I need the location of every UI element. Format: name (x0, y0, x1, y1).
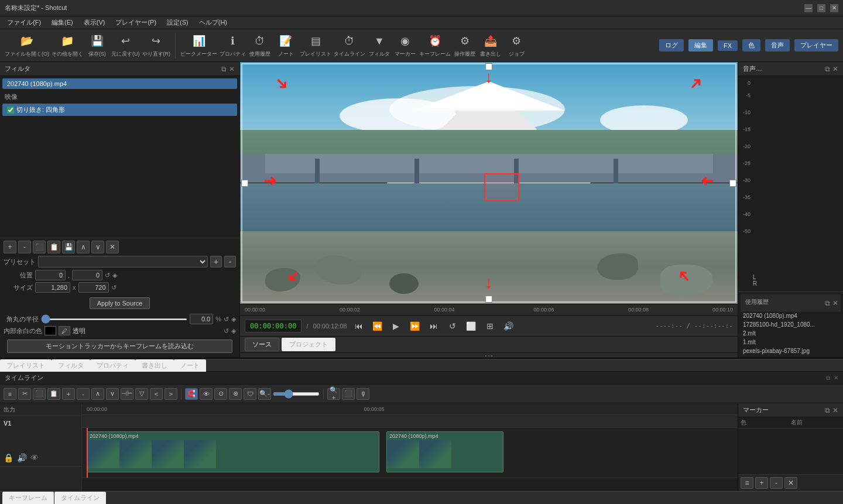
skip-to-start-btn[interactable]: ⏮ (352, 319, 366, 333)
tl-split-btn[interactable]: ⊣⊢ (121, 388, 133, 400)
crop-handle-left[interactable] (241, 180, 248, 187)
v1-eye-icon[interactable]: 👁 (30, 453, 39, 462)
toolbar-op-history[interactable]: ⚙ 操作履歴 (453, 33, 477, 58)
tl-prev-marker-btn[interactable]: < (150, 388, 163, 400)
notes-icon[interactable]: 📝 (276, 33, 295, 49)
grid-btn[interactable]: ⊞ (483, 319, 497, 333)
tab-color[interactable]: 色 (742, 39, 760, 52)
v1-audio-icon[interactable]: 🔊 (17, 453, 27, 462)
tab-notes[interactable]: ノート (174, 359, 206, 372)
toolbar-playlist[interactable]: ▤ プレイリスト (300, 33, 331, 58)
crop-handle-bottom[interactable] (485, 296, 492, 303)
tab-log[interactable]: ログ (659, 39, 684, 52)
skip-to-end-btn[interactable]: ⏭ (427, 319, 441, 333)
fill-color-keyframe-icon[interactable]: ◈ (231, 327, 236, 335)
tab-audio[interactable]: 音声 (765, 39, 790, 52)
project-tab[interactable]: プロジェクト (282, 338, 335, 351)
close-button[interactable]: ✕ (830, 4, 838, 12)
toolbar-notes[interactable]: 📝 ノート (274, 33, 297, 58)
menu-player[interactable]: プレイヤー(P) (111, 17, 161, 28)
filter-up-btn[interactable]: ∧ (77, 241, 90, 253)
maximize-button[interactable]: □ (817, 4, 825, 12)
tl-magnetic-btn[interactable]: 🧲 (185, 388, 198, 400)
crop-handle-right[interactable] (729, 180, 736, 187)
minimize-button[interactable]: — (804, 4, 813, 12)
tab-export[interactable]: 書き出し (135, 359, 174, 372)
fill-color-swatch[interactable] (44, 326, 56, 335)
marker-clear-btn[interactable]: ✕ (784, 477, 797, 489)
tl-add-btn[interactable]: + (62, 388, 75, 400)
tl-marker-btn[interactable]: ▽ (135, 388, 148, 400)
toolbar-save[interactable]: 💾 保存(S) (85, 33, 109, 58)
menu-settings[interactable]: 設定(S) (162, 17, 193, 28)
properties-icon[interactable]: ℹ (224, 33, 242, 49)
tl-cut-btn[interactable]: ✂ (18, 388, 31, 400)
menu-file[interactable]: ファイル(F) (2, 17, 46, 28)
toolbar-peak-meter[interactable]: 📊 ピークメーター (180, 33, 217, 58)
toolbar-keyframe[interactable]: ⏰ キーフレーム (419, 33, 451, 58)
save-icon[interactable]: 💾 (88, 33, 107, 49)
usage-dock-icon[interactable]: ⧉ (825, 299, 830, 307)
preset-select[interactable] (38, 256, 208, 268)
filter-paste-btn[interactable]: 📋 (47, 241, 60, 253)
toolbar-export[interactable]: 📤 書き出し (479, 33, 502, 58)
tl-lock-btn[interactable]: 🛡 (244, 388, 256, 400)
audio-close-icon[interactable]: ✕ (832, 65, 838, 73)
marker-add-btn[interactable]: + (755, 477, 768, 489)
fill-color-reset-icon[interactable]: ↺ (224, 327, 229, 335)
open-file-icon[interactable]: 📂 (18, 33, 36, 49)
timeline-icon[interactable]: ⏱ (340, 33, 359, 49)
tl-loop-btn[interactable]: ⊗ (229, 388, 242, 400)
v1-track[interactable]: 202740 (1080p).mp4 202740 (1080p).mp4 (82, 428, 738, 478)
tab-filter[interactable]: フィルタ (52, 359, 90, 372)
tl-menu-btn[interactable]: ≡ (4, 388, 16, 400)
filter-icon[interactable]: ▼ (370, 33, 389, 49)
toolbar-undo[interactable]: ↩ 元に戻す(U) (111, 33, 140, 58)
menu-help[interactable]: ヘルプ(H) (194, 17, 232, 28)
position-x-input[interactable] (35, 270, 66, 280)
fast-forward-btn[interactable]: ⏩ (408, 319, 422, 333)
corner-radius-reset-icon[interactable]: ↺ (224, 316, 229, 323)
tl-up-btn[interactable]: ∧ (91, 388, 104, 400)
playhead[interactable] (87, 428, 88, 478)
preset-remove-btn[interactable]: - (224, 256, 236, 268)
tl-fit-btn[interactable]: ⬛ (342, 388, 355, 400)
clip-2[interactable]: 202740 (1080p).mp4 (386, 431, 503, 472)
crop-handle-top[interactable] (485, 63, 492, 70)
toolbar-open-file[interactable]: 📂 ファイルを開く(O) (5, 33, 49, 58)
filter-copy-btn[interactable]: ⬛ (33, 241, 46, 253)
size-btn[interactable]: ⬜ (464, 319, 478, 333)
toolbar-filter[interactable]: ▼ フィルタ (368, 33, 391, 58)
audio-btn[interactable]: 🔊 (502, 319, 516, 333)
preset-add-btn[interactable]: + (210, 256, 222, 268)
toolbar-job[interactable]: ⚙ ジョブ (505, 33, 528, 58)
marker-close-icon[interactable]: ✕ (832, 406, 838, 414)
filter-down-btn[interactable]: ∨ (91, 241, 104, 253)
position-reset-icon[interactable]: ↺ (105, 272, 110, 279)
filter-remove-btn[interactable]: - (18, 241, 31, 253)
filter-item-crop[interactable]: 切り抜き: 四角形 (2, 104, 237, 116)
toolbar-history[interactable]: ⏱ 使用履歴 (248, 33, 272, 58)
peak-meter-icon[interactable]: 📊 (190, 33, 208, 49)
filter-close-icon[interactable]: ✕ (229, 65, 235, 73)
divider-handle[interactable]: • • • (240, 353, 738, 358)
size-reset-icon[interactable]: ↺ (111, 284, 116, 292)
source-tab[interactable]: ソース (245, 338, 279, 351)
redo-icon[interactable]: ↪ (147, 33, 166, 49)
audio-dock-icon[interactable]: ⧉ (825, 65, 830, 73)
position-y-input[interactable] (72, 270, 102, 280)
tl-next-marker-btn[interactable]: > (165, 388, 177, 400)
tab-edit[interactable]: 編集 (688, 39, 713, 52)
rewind-btn[interactable]: ⏪ (371, 319, 385, 333)
corner-radius-slider[interactable] (41, 318, 187, 320)
menu-edit[interactable]: 編集(E) (47, 17, 78, 28)
toolbar-properties[interactable]: ℹ プロパティ (220, 33, 246, 58)
play-btn[interactable]: ▶ (389, 319, 403, 333)
menu-view[interactable]: 表示(V) (79, 17, 110, 28)
clip-1[interactable]: 202740 (1080p).mp4 (87, 431, 379, 472)
tab-timeline-bottom[interactable]: タイムライン (54, 492, 106, 504)
keyframe-icon[interactable]: ⏰ (426, 33, 444, 49)
timecode-display[interactable]: 00:00:00:00 (245, 320, 301, 332)
tl-paste-btn[interactable]: 📋 (47, 388, 60, 400)
usage-item-0[interactable]: 202740 (1080p).mp4 (741, 311, 841, 320)
